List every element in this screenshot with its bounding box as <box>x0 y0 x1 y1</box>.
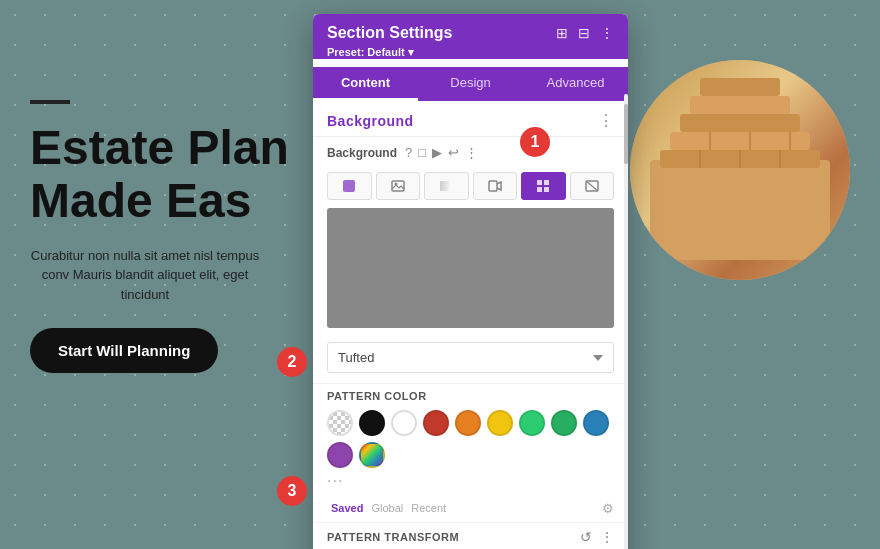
hero-image-inner <box>630 60 850 280</box>
background-row: Background ? □ ▶ ↩ ⋮ <box>313 137 628 168</box>
section-settings-panel: Section Settings ⊞ ⊟ ⋮ Preset: Default ▾… <box>313 14 628 549</box>
svg-rect-13 <box>392 181 404 191</box>
tab-advanced[interactable]: Advanced <box>523 67 628 101</box>
color-swatch-transparent[interactable] <box>327 410 353 436</box>
bg-type-color[interactable] <box>327 172 372 200</box>
step-badge-3: 3 <box>277 476 307 506</box>
bg-more-icon[interactable]: ⋮ <box>465 145 478 160</box>
step-badge-1: 1 <box>520 127 550 157</box>
bg-type-image[interactable] <box>376 172 421 200</box>
color-tab-saved[interactable]: Saved <box>327 500 367 516</box>
pattern-dropdown[interactable]: Tufted Dots Grid Stripes Checkerboard <box>327 342 614 373</box>
pattern-transform-section: Pattern Transform ↺ ⋮ <box>313 522 628 549</box>
pattern-preview <box>327 208 614 328</box>
panel-header: Section Settings ⊞ ⊟ ⋮ Preset: Default ▾ <box>313 14 628 59</box>
cta-button[interactable]: Start Will Planning <box>30 328 218 373</box>
panel-preset[interactable]: Preset: Default ▾ <box>327 46 614 59</box>
decorative-dash <box>30 100 70 104</box>
color-swatch-gradient[interactable] <box>359 442 385 468</box>
panel-title: Section Settings <box>327 24 452 42</box>
svg-rect-17 <box>537 180 542 185</box>
bg-icons: ? □ ▶ ↩ ⋮ <box>405 145 614 160</box>
color-tab-global[interactable]: Global <box>367 500 407 516</box>
color-settings-icon[interactable]: ⚙ <box>602 501 614 516</box>
bg-type-gradient[interactable] <box>424 172 469 200</box>
panel-scroll-thumb[interactable] <box>624 104 628 164</box>
panel-header-icons: ⊞ ⊟ ⋮ <box>556 25 614 41</box>
pattern-transform-undo[interactable]: ↺ <box>580 529 592 545</box>
bg-type-row <box>313 168 628 208</box>
color-swatch-dark-green[interactable] <box>551 410 577 436</box>
svg-rect-5 <box>700 78 780 96</box>
svg-rect-19 <box>537 187 542 192</box>
panel-header-top: Section Settings ⊞ ⊟ ⋮ <box>327 24 614 42</box>
tab-design[interactable]: Design <box>418 67 523 101</box>
color-swatches <box>327 410 614 468</box>
color-swatch-yellow[interactable] <box>487 410 513 436</box>
color-swatch-black[interactable] <box>359 410 385 436</box>
pattern-color-label: Pattern Color <box>327 390 614 402</box>
bg-label: Background <box>327 146 397 160</box>
svg-rect-16 <box>489 181 497 191</box>
pattern-color-section: Pattern Color ··· <box>313 383 628 496</box>
svg-rect-18 <box>544 180 549 185</box>
svg-line-22 <box>586 181 598 191</box>
color-tabs-row: Saved Global Recent ⚙ <box>313 496 628 522</box>
pattern-transform-more[interactable]: ⋮ <box>600 529 614 545</box>
bg-undo-icon[interactable]: ↩ <box>448 145 459 160</box>
page-subtext: Curabitur non nulla sit amet nisl tempus… <box>30 246 260 305</box>
color-swatch-orange[interactable] <box>455 410 481 436</box>
section-title: Background <box>327 113 414 129</box>
panel-icon-resize[interactable]: ⊞ <box>556 25 568 41</box>
panel-icon-menu[interactable]: ⋮ <box>600 25 614 41</box>
panel-scrollbar[interactable] <box>624 94 628 549</box>
svg-rect-0 <box>650 160 830 260</box>
color-swatch-purple[interactable] <box>327 442 353 468</box>
tab-content[interactable]: Content <box>313 67 418 101</box>
blocks-illustration <box>630 60 850 280</box>
svg-rect-3 <box>680 114 800 132</box>
pattern-transform-label: Pattern Transform <box>327 531 572 543</box>
panel-icon-split[interactable]: ⊟ <box>578 25 590 41</box>
section-menu-icon[interactable]: ⋮ <box>598 111 614 130</box>
svg-rect-20 <box>544 187 549 192</box>
hero-image <box>630 60 850 280</box>
pattern-transform-row: Pattern Transform ↺ ⋮ <box>327 529 614 545</box>
panel-body: Background ⋮ Background ? □ ▶ ↩ ⋮ <box>313 101 628 549</box>
page-heading: Estate Plan Made Eas <box>30 122 289 228</box>
svg-rect-4 <box>690 96 790 114</box>
color-swatch-green[interactable] <box>519 410 545 436</box>
panel-tabs: Content Design Advanced <box>313 67 628 101</box>
svg-rect-15 <box>440 181 452 191</box>
bg-desktop-icon[interactable]: □ <box>418 145 426 160</box>
step-badge-2: 2 <box>277 347 307 377</box>
color-tab-recent[interactable]: Recent <box>407 500 450 516</box>
page-content: Estate Plan Made Eas Curabitur non nulla… <box>30 100 289 373</box>
dropdown-row: Tufted Dots Grid Stripes Checkerboard <box>313 338 628 383</box>
bg-type-mask[interactable] <box>570 172 615 200</box>
section-title-row: Background ⋮ <box>313 101 628 137</box>
svg-rect-12 <box>343 180 355 192</box>
bg-type-video[interactable] <box>473 172 518 200</box>
color-swatch-red[interactable] <box>423 410 449 436</box>
color-swatch-blue[interactable] <box>583 410 609 436</box>
bg-help-icon[interactable]: ? <box>405 145 412 160</box>
bg-type-pattern[interactable] <box>521 172 566 200</box>
color-swatch-white[interactable] <box>391 410 417 436</box>
more-colors-dots[interactable]: ··· <box>327 472 343 489</box>
svg-rect-2 <box>670 132 810 150</box>
bg-cursor-icon[interactable]: ▶ <box>432 145 442 160</box>
page-background: Estate Plan Made Eas Curabitur non nulla… <box>0 0 880 549</box>
